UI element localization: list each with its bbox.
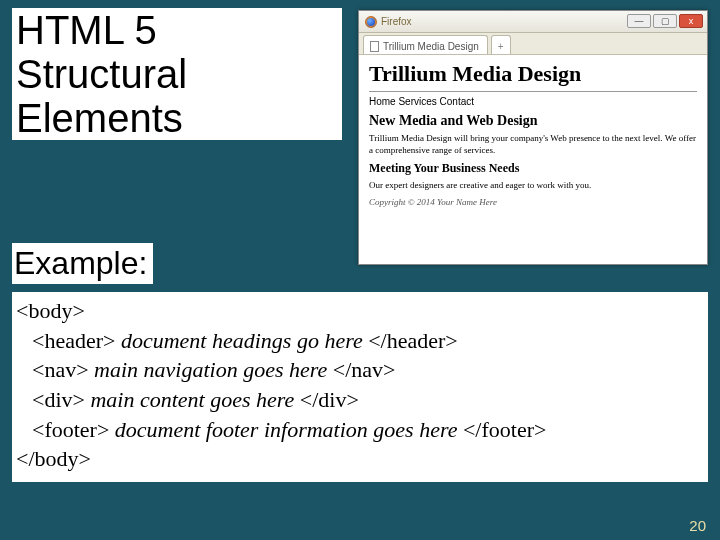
code-line-1: <body> (16, 298, 85, 323)
code-line-3: <nav> main navigation goes here </nav> (16, 355, 704, 385)
slide-number: 20 (689, 517, 706, 534)
window-titlebar: Firefox — ▢ x (359, 11, 707, 33)
page-heading: Trillium Media Design (369, 61, 697, 87)
new-tab-button[interactable]: + (491, 35, 511, 54)
tab-strip: Trillium Media Design + (359, 33, 707, 55)
window-buttons: — ▢ x (627, 14, 703, 28)
title-line-2: Elements (12, 96, 342, 140)
code-line-4: <div> main content goes here </div> (16, 385, 704, 415)
code-line-6: </body> (16, 446, 91, 471)
page-paragraph-2: Our expert designers are creative and ea… (369, 180, 697, 192)
code-line-2: <header> document headings go here </hea… (16, 326, 704, 356)
tab-active[interactable]: Trillium Media Design (363, 35, 488, 54)
page-copyright: Copyright © 2014 Your Name Here (369, 197, 697, 207)
browser-window: Firefox — ▢ x Trillium Media Design + Tr… (358, 10, 708, 265)
page-paragraph-1: Trillium Media Design will bring your co… (369, 133, 697, 156)
app-name: Firefox (381, 16, 412, 27)
code-line-5: <footer> document footer information goe… (16, 415, 704, 445)
example-label: Example: (12, 243, 153, 284)
divider (369, 91, 697, 92)
slide-title: HTML 5 Structural Elements (12, 8, 352, 140)
page-subheading: New Media and Web Design (369, 113, 697, 129)
maximize-button[interactable]: ▢ (653, 14, 677, 28)
page-nav[interactable]: Home Services Contact (369, 96, 697, 107)
close-button[interactable]: x (679, 14, 703, 28)
minimize-button[interactable]: — (627, 14, 651, 28)
tab-title: Trillium Media Design (383, 41, 479, 52)
firefox-icon (365, 16, 377, 28)
document-icon (370, 41, 379, 52)
title-line-1: HTML 5 Structural (12, 8, 342, 96)
code-example: <body> <header> document headings go her… (12, 292, 708, 482)
page-h3: Meeting Your Business Needs (369, 161, 697, 176)
page-content: Trillium Media Design Home Services Cont… (359, 55, 707, 215)
